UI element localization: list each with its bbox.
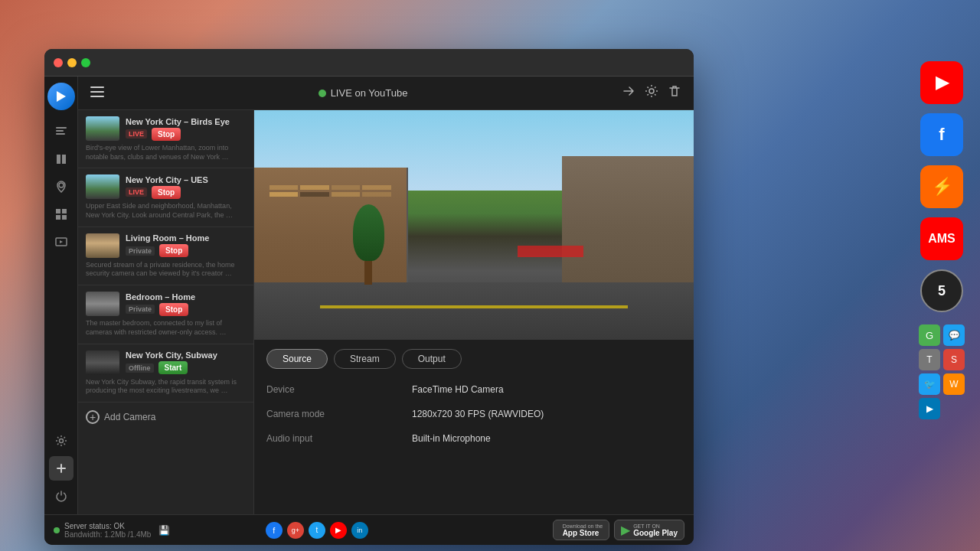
social-gplus[interactable]: g+ — [287, 522, 304, 539]
camera-list: New York City – Birds Eye LIVE Stop Bird… — [78, 110, 254, 514]
audio-input-value: Built-in Microphone — [412, 430, 681, 447]
camera-info-living: Living Room – Home Private Stop — [126, 233, 246, 257]
desktop-ams-icon[interactable]: AMS — [920, 217, 963, 260]
camera-status-row-living: Private Stop — [126, 244, 246, 257]
camera-item-bedroom[interactable]: Bedroom – Home Private Stop The master b… — [78, 285, 253, 344]
desktop-score5-icon[interactable]: 5 — [920, 269, 963, 312]
app-store-label: App Store — [563, 529, 603, 537]
desktop-youtube-icon[interactable]: ▶ — [920, 61, 963, 104]
svg-rect-11 — [90, 91, 104, 93]
tab-stream[interactable]: Stream — [334, 349, 396, 369]
small-icon-twitter[interactable]: 🐦 — [919, 373, 940, 395]
nav-item-settings[interactable] — [49, 429, 74, 453]
camera-desc-ues: Upper East Side and neighborhood, Manhat… — [86, 202, 246, 220]
app-store-sub: Download on the — [563, 523, 603, 529]
store-buttons: Download on the App Store ▶ GET IT ON Go… — [553, 520, 684, 540]
status-badge-living: Private — [126, 246, 155, 256]
camera-info-birds-eye: New York City – Birds Eye LIVE Stop — [126, 117, 246, 141]
stop-button-living[interactable]: Stop — [159, 244, 188, 257]
camera-name-bedroom: Bedroom – Home — [126, 292, 246, 302]
svg-rect-4 — [56, 209, 60, 214]
app-store-text: Download on the App Store — [563, 523, 603, 537]
small-icon-t[interactable]: T — [919, 349, 940, 370]
camera-item-ues[interactable]: New York City – UES LIVE Stop Upper East… — [78, 168, 253, 227]
start-button-subway[interactable]: Start — [158, 361, 188, 374]
nav-item-library[interactable] — [49, 119, 74, 144]
live-indicator: LIVE on YouTube — [318, 87, 408, 99]
title-bar — [44, 49, 694, 77]
social-facebook[interactable]: f — [266, 522, 283, 539]
status-badge-subway: Offline — [126, 364, 154, 373]
camera-desc-bedroom: The master bedroom, connected to my list… — [86, 319, 246, 337]
camera-thumb-birds-eye — [86, 116, 119, 141]
footer: Server status: OK Bandwidth: 1.2Mb /1.4M… — [44, 514, 694, 545]
google-play-button[interactable]: ▶ GET IT ON Google Play — [614, 520, 684, 540]
stop-button-ues[interactable]: Stop — [152, 186, 181, 199]
svg-point-13 — [649, 89, 654, 93]
nav-item-location[interactable] — [49, 174, 74, 199]
device-value: FaceTime HD Camera — [412, 381, 681, 398]
svg-rect-5 — [62, 209, 67, 214]
svg-rect-10 — [90, 86, 104, 88]
svg-rect-1 — [56, 130, 64, 132]
desktop-thunder-icon[interactable]: ⚡ — [920, 165, 963, 208]
svg-rect-2 — [56, 133, 65, 135]
bottom-panel: Source Stream Output Device FaceTime HD … — [254, 340, 694, 514]
camera-name-living: Living Room – Home — [126, 233, 246, 243]
stop-button-bedroom[interactable]: Stop — [159, 303, 188, 316]
nav-item-grid[interactable] — [49, 202, 74, 227]
add-camera-icon: + — [86, 410, 100, 424]
server-status-text: Server status: OK Bandwidth: 1.2Mb /1.4M… — [64, 522, 151, 539]
desktop-facebook-icon[interactable]: f — [920, 113, 963, 156]
minimize-button[interactable] — [67, 58, 77, 67]
right-panel: Source Stream Output Device FaceTime HD … — [254, 110, 694, 514]
tree-left — [342, 204, 395, 285]
app-store-button[interactable]: Download on the App Store — [553, 520, 610, 540]
camera-item-birds-eye[interactable]: New York City – Birds Eye LIVE Stop Bird… — [78, 110, 253, 168]
svg-point-3 — [59, 183, 64, 187]
camera-mode-value: 980x551 30 FPS (RAWVIDEO) — [412, 406, 681, 422]
nav-item-power[interactable] — [49, 484, 74, 508]
menu-icon[interactable] — [90, 85, 104, 101]
small-icon-cluster: G 💬 T S 🐦 W ▶ — [919, 324, 965, 419]
camera-info-subway: New York City, Subway Offline Start — [126, 350, 246, 374]
camera-name-birds-eye: New York City – Birds Eye — [126, 117, 246, 126]
social-youtube[interactable]: ▶ — [330, 522, 347, 539]
camera-mode-label: Camera mode — [266, 406, 404, 422]
small-icon-orange[interactable]: W — [943, 373, 965, 395]
camera-status-row-birds-eye: LIVE Stop — [126, 128, 246, 141]
google-play-label: Google Play — [633, 529, 678, 537]
camera-status-row-ues: LIVE Stop — [126, 186, 246, 199]
delete-icon[interactable] — [668, 84, 681, 102]
small-icon-blue[interactable]: ▶ — [919, 398, 940, 419]
camera-item-living[interactable]: Living Room – Home Private Stop Secured … — [78, 227, 253, 285]
tab-source[interactable]: Source — [266, 349, 328, 369]
bandwidth-label: Bandwidth: 1.2Mb /1.4Mb — [64, 530, 151, 539]
social-linkedin[interactable]: in — [351, 522, 368, 539]
stop-button-birds-eye[interactable]: Stop — [152, 128, 181, 141]
source-info-grid: Device FaceTime HD Camera Camera mode 12… — [266, 381, 681, 447]
small-icon-g[interactable]: G — [919, 324, 940, 346]
camera-status-row-bedroom: Private Stop — [126, 303, 246, 316]
settings-icon[interactable] — [645, 84, 658, 102]
camera-desc-living: Secured stream of a private residence, t… — [86, 261, 246, 279]
small-icon-red[interactable]: S — [943, 349, 965, 370]
small-icon-chat[interactable]: 💬 — [943, 324, 965, 346]
social-twitter[interactable]: t — [309, 522, 325, 539]
close-button[interactable] — [54, 58, 63, 67]
svg-point-9 — [59, 439, 63, 443]
nav-item-add[interactable] — [49, 456, 74, 481]
camera-info-ues: New York City – UES LIVE Stop — [126, 175, 246, 199]
video-background — [254, 110, 694, 340]
maximize-button[interactable] — [81, 58, 90, 67]
nav-item-book[interactable] — [49, 147, 74, 171]
share-icon[interactable] — [622, 84, 635, 102]
camera-item-subway[interactable]: New York City, Subway Offline Start New … — [78, 344, 253, 403]
nav-sidebar — [44, 77, 78, 514]
nav-item-stream[interactable] — [49, 230, 74, 254]
app-logo[interactable] — [47, 83, 75, 110]
add-camera-label: Add Camera — [104, 412, 155, 422]
add-camera-button[interactable]: + Add Camera — [78, 403, 253, 432]
desktop-icons: ▶ f ⚡ AMS 5 G 💬 T S 🐦 W ▶ — [919, 61, 965, 419]
tab-output[interactable]: Output — [402, 349, 462, 369]
